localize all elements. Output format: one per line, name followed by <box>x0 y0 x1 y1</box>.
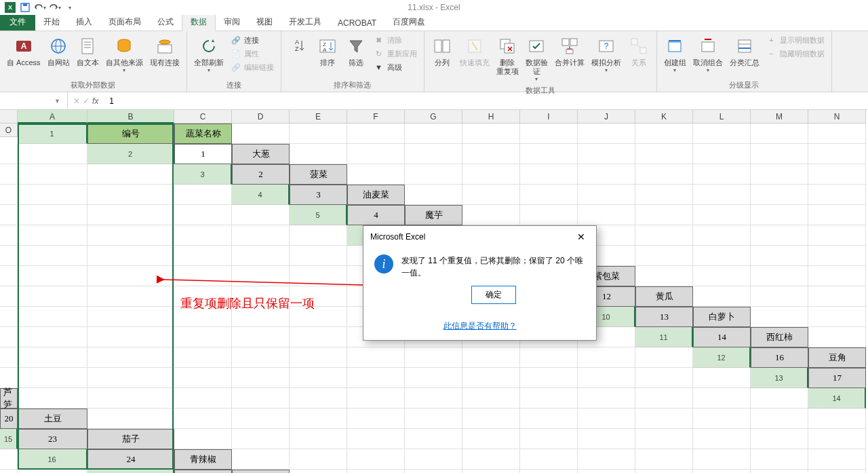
data-cell[interactable]: 洋葱 <box>232 470 290 473</box>
cell[interactable] <box>520 185 578 205</box>
data-cell[interactable]: 14 <box>693 327 751 347</box>
cell[interactable] <box>635 449 693 470</box>
cell[interactable] <box>462 347 520 368</box>
cell[interactable] <box>808 164 866 185</box>
cell[interactable] <box>87 409 174 429</box>
cell[interactable] <box>18 368 87 388</box>
cell[interactable] <box>635 347 693 368</box>
cell[interactable] <box>808 409 866 429</box>
cell[interactable] <box>174 388 232 409</box>
cell[interactable] <box>87 164 174 185</box>
cell[interactable] <box>232 347 290 368</box>
cell[interactable] <box>808 246 866 266</box>
cell[interactable] <box>405 164 462 185</box>
cell[interactable] <box>520 164 578 185</box>
cell[interactable] <box>635 266 693 286</box>
cell[interactable] <box>520 429 578 449</box>
cell[interactable] <box>520 205 578 225</box>
cell[interactable] <box>87 307 174 327</box>
cell[interactable] <box>18 347 87 368</box>
data-cell[interactable]: 芦笋 <box>0 388 18 409</box>
cell[interactable] <box>808 225 866 246</box>
ok-button[interactable]: 确定 <box>471 286 516 304</box>
cell[interactable] <box>87 185 174 205</box>
tab-home[interactable]: 开始 <box>35 14 68 31</box>
cell[interactable] <box>18 286 87 307</box>
cell[interactable] <box>808 185 866 205</box>
cell[interactable] <box>405 470 462 473</box>
data-cell[interactable]: 1 <box>174 144 232 164</box>
cell[interactable] <box>87 388 174 409</box>
cell[interactable] <box>18 205 87 225</box>
cell[interactable] <box>693 470 751 473</box>
cell[interactable] <box>0 164 18 185</box>
cell[interactable] <box>18 388 87 409</box>
cell[interactable] <box>174 266 232 286</box>
cell[interactable] <box>0 368 18 388</box>
column-header[interactable]: E <box>290 110 347 124</box>
fx-icon[interactable]: fx <box>92 96 98 106</box>
connections-button[interactable]: 🔗连接 <box>228 33 277 47</box>
cell[interactable] <box>751 124 808 144</box>
whatif-button[interactable]: ? 模拟分析 ▾ <box>589 33 624 75</box>
cell[interactable] <box>693 144 751 164</box>
cell[interactable] <box>232 449 290 470</box>
cell[interactable] <box>578 205 635 225</box>
cell[interactable] <box>405 429 462 449</box>
cell[interactable] <box>635 205 693 225</box>
cell[interactable] <box>635 246 693 266</box>
row-header[interactable]: 11 <box>635 327 693 347</box>
data-cell[interactable]: 白萝卜 <box>693 307 751 327</box>
cell[interactable] <box>87 205 174 225</box>
cell[interactable] <box>808 470 866 473</box>
cell[interactable] <box>405 124 462 144</box>
name-box-dropdown-icon[interactable]: ▼ <box>52 98 63 105</box>
cell[interactable] <box>405 368 462 388</box>
cell[interactable] <box>174 327 232 347</box>
cell[interactable] <box>87 368 174 388</box>
from-text-button[interactable]: 自文本 <box>74 33 102 69</box>
column-header[interactable]: O <box>0 124 18 137</box>
data-cell[interactable]: 2 <box>232 164 290 185</box>
cell[interactable] <box>462 185 520 205</box>
data-cell[interactable]: 大葱 <box>232 144 290 164</box>
cell[interactable] <box>693 429 751 449</box>
row-header[interactable]: 12 <box>693 347 751 368</box>
tab-formulas[interactable]: 公式 <box>149 14 182 31</box>
cell[interactable] <box>808 144 866 164</box>
cell[interactable] <box>232 205 290 225</box>
undo-button[interactable]: ▾ <box>34 1 46 14</box>
cell[interactable] <box>693 164 751 185</box>
column-header[interactable]: D <box>232 110 290 124</box>
cell[interactable] <box>0 470 18 473</box>
cell[interactable] <box>635 185 693 205</box>
cell[interactable] <box>693 266 751 286</box>
cell[interactable] <box>347 429 405 449</box>
cell[interactable] <box>18 164 87 185</box>
data-cell[interactable]: 13 <box>635 307 693 327</box>
refresh-all-button[interactable]: 全部刷新 ▾ <box>191 33 226 75</box>
cell[interactable] <box>462 368 520 388</box>
cell[interactable] <box>174 429 232 449</box>
cell[interactable] <box>635 124 693 144</box>
cell[interactable] <box>290 368 347 388</box>
column-header[interactable]: N <box>808 110 866 124</box>
name-box[interactable]: ▼ <box>0 92 68 109</box>
cell[interactable] <box>347 409 405 429</box>
row-header[interactable]: 5 <box>290 205 347 225</box>
cell[interactable] <box>290 388 347 409</box>
cell[interactable] <box>751 185 808 205</box>
cell[interactable] <box>0 185 18 205</box>
cell[interactable] <box>693 124 751 144</box>
cell[interactable] <box>405 449 462 470</box>
data-cell[interactable]: 青辣椒 <box>174 449 232 470</box>
row-header[interactable]: 13 <box>751 368 808 388</box>
cell[interactable] <box>808 327 866 347</box>
cell[interactable] <box>808 124 866 144</box>
data-cell[interactable]: 菠菜 <box>290 164 347 185</box>
cell[interactable] <box>635 144 693 164</box>
cell[interactable] <box>87 347 174 368</box>
column-header[interactable]: I <box>520 110 578 124</box>
data-cell[interactable]: 黄瓜 <box>635 286 693 307</box>
cell[interactable] <box>462 164 520 185</box>
